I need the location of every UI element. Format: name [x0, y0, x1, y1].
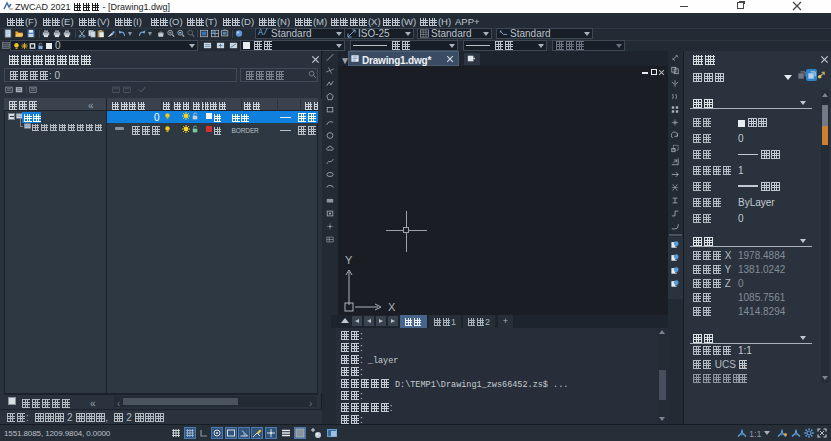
svg-text:X: X [388, 301, 396, 313]
svg-text:Y: Y [345, 254, 353, 266]
